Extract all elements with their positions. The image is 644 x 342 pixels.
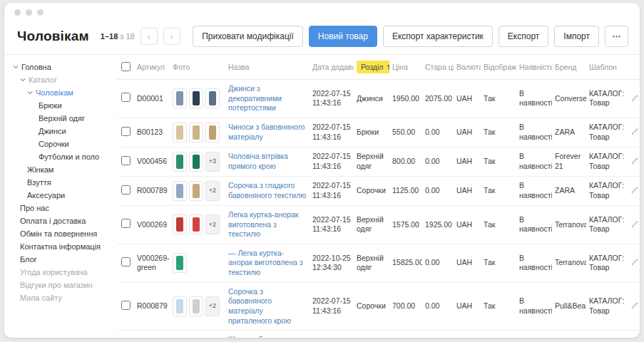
sidebar-item-home[interactable]: Головна (13, 61, 108, 73)
column-header-brand[interactable]: Бренд (552, 55, 586, 80)
edit-button[interactable] (629, 126, 640, 138)
sidebar-item-exchange-return[interactable]: Обмін та повернення (13, 227, 108, 240)
column-header-display[interactable]: Відображати (481, 55, 516, 80)
edit-button[interactable] (629, 185, 640, 196)
product-photo-thumbnail[interactable] (189, 123, 203, 142)
sidebar-item-label: Оплата і доставка (20, 217, 86, 225)
old-price-cell: 750.00 (422, 331, 454, 338)
export-button[interactable]: Експорт (499, 26, 548, 47)
more-actions-button[interactable]: ⋯ (605, 26, 628, 47)
sidebar-item-sitemap[interactable]: Мапа сайту (13, 291, 108, 304)
product-name-link[interactable]: Легка куртка-анорак виготовлена з тексти… (228, 210, 298, 238)
sidebar-item-catalog[interactable]: Каталог (13, 73, 108, 86)
product-name-link[interactable]: Чоловіча вітрівка прямого крою (228, 152, 288, 170)
next-page-button[interactable]: › (163, 28, 180, 45)
product-name-link[interactable]: Штани з бавовняного матеріалу прямого кр… (228, 335, 302, 338)
time-value: 11:43:16 (312, 191, 351, 201)
row-checkbox[interactable] (121, 127, 131, 136)
sidebar-item-user-agreement[interactable]: Угода користувача (13, 266, 108, 279)
sidebar-item-jeans[interactable]: Джинси (13, 125, 108, 138)
sidebar-item-about-us[interactable]: Про нас (13, 202, 108, 214)
product-photo-thumbnail[interactable] (189, 152, 203, 172)
column-header-template[interactable]: Шаблон (586, 55, 626, 80)
brand-cell (552, 331, 586, 338)
sidebar-item-tshirts-polo[interactable]: Футболки и поло (13, 150, 108, 163)
sidebar-item-store-reviews[interactable]: Відгуки про магазин (13, 279, 108, 291)
product-name-link[interactable]: — Легка куртка-анорак виготовлена з текс… (228, 249, 303, 276)
prev-page-button[interactable]: ‹ (140, 28, 158, 45)
column-header-price[interactable]: Ціна (389, 55, 422, 80)
product-photo-thumbnail[interactable] (173, 123, 187, 142)
edit-button[interactable] (629, 300, 640, 311)
sidebar-item-outerwear[interactable]: Верхній одяг (13, 112, 108, 125)
sidebar-item-contact-info[interactable]: Контактна інформація (13, 240, 108, 253)
sidebar-item-accessories[interactable]: Аксесуари (13, 189, 108, 202)
edit-button[interactable] (629, 155, 640, 167)
window-minimize-dot[interactable] (26, 9, 32, 16)
column-header-section[interactable]: Розділ⇅ (354, 55, 389, 80)
row-checkbox[interactable] (121, 301, 131, 310)
sidebar-item-payment-delivery[interactable]: Оплата і доставка (13, 214, 108, 227)
sidebar-item-shirts[interactable]: Сорочки (13, 138, 108, 150)
more-photos-badge[interactable]: +2 (205, 214, 220, 234)
sidebar-item-women[interactable]: Жінкам (13, 163, 108, 176)
sidebar-item-men[interactable]: Чоловікам (13, 86, 108, 99)
sidebar-item-label: Угода користувача (20, 268, 88, 276)
product-photo-thumbnail[interactable] (173, 152, 187, 172)
sku-cell: R000879 (134, 282, 170, 331)
product-name-link[interactable]: Сорочка з гладкого бавовняного текстилю (228, 181, 306, 200)
edit-button[interactable] (629, 93, 640, 104)
edit-button[interactable] (629, 256, 640, 268)
product-photo-thumbnail[interactable] (173, 253, 187, 273)
row-checkbox[interactable] (121, 219, 131, 228)
column-header-photo[interactable]: Фото (170, 55, 225, 80)
select-all-checkbox[interactable] (121, 62, 131, 71)
product-name-link[interactable]: Чиноси з бавовняного матеріалу (228, 123, 305, 141)
photo-cell: +3 (170, 147, 225, 176)
new-product-button[interactable]: Новий товар (309, 26, 377, 47)
product-photo-thumbnail[interactable] (173, 214, 187, 234)
row-checkbox[interactable] (121, 257, 131, 266)
window-maximize-dot[interactable] (37, 9, 44, 16)
column-header-availability[interactable]: Наявність (516, 55, 552, 80)
column-header-currency[interactable]: Валюта (454, 55, 481, 80)
product-photo-thumbnail[interactable] (189, 296, 203, 316)
sidebar-item-trousers[interactable]: Брюки (13, 99, 108, 112)
product-photo-thumbnail[interactable] (173, 296, 187, 316)
price-cell: 550.00 (389, 118, 422, 147)
product-photo-thumbnail[interactable] (173, 88, 187, 108)
date-value: 2022-07-15 (312, 123, 351, 133)
export-attributes-button[interactable]: Експорт характеристик (383, 26, 493, 47)
column-header-name[interactable]: Назва (225, 55, 310, 80)
product-photo-thumbnail[interactable] (189, 214, 203, 234)
product-photo-thumbnail[interactable] (189, 181, 203, 201)
row-checkbox[interactable] (121, 93, 131, 102)
product-name-link[interactable]: Джинси з декоративними потертостями (228, 84, 282, 112)
product-photo-thumbnail[interactable] (173, 181, 187, 201)
hide-modifications-button[interactable]: Приховати модифікації (193, 26, 303, 47)
sidebar-item-blog[interactable]: Блог (13, 253, 108, 266)
column-header-sku[interactable]: Артикул (134, 55, 170, 80)
product-name-link[interactable]: Сорочка з бавовняного матеріалу притален… (228, 287, 291, 325)
row-checkbox[interactable] (121, 185, 131, 195)
row-checkbox[interactable] (121, 156, 131, 165)
pagination-range: 1–18 з 18 (101, 32, 135, 41)
name-cell: Сорочка з бавовняного матеріалу притален… (225, 282, 310, 331)
column-header-old-price[interactable]: Стара ціна (422, 55, 454, 80)
more-photos-badge[interactable]: +3 (205, 152, 220, 172)
window-close-dot[interactable] (14, 9, 21, 16)
brand-cell: Terranova (552, 205, 586, 244)
column-header-label: Ціна (392, 63, 408, 71)
old-price-cell: 0.00 (422, 282, 454, 331)
more-photos-badge[interactable]: +2 (205, 181, 220, 201)
photo-cell: +2 (170, 331, 225, 338)
sidebar-item-shoes[interactable]: Взуття (13, 176, 108, 189)
column-header-date-added[interactable]: Дата додавання (310, 55, 354, 80)
product-photo-thumbnail[interactable] (205, 88, 220, 108)
import-button[interactable]: Імпорт (554, 26, 599, 47)
photo-thumbnails: +2 (173, 296, 223, 316)
edit-button[interactable] (629, 219, 640, 230)
more-photos-badge[interactable]: +2 (205, 296, 220, 316)
product-photo-thumbnail[interactable] (205, 123, 220, 142)
product-photo-thumbnail[interactable] (189, 88, 203, 108)
